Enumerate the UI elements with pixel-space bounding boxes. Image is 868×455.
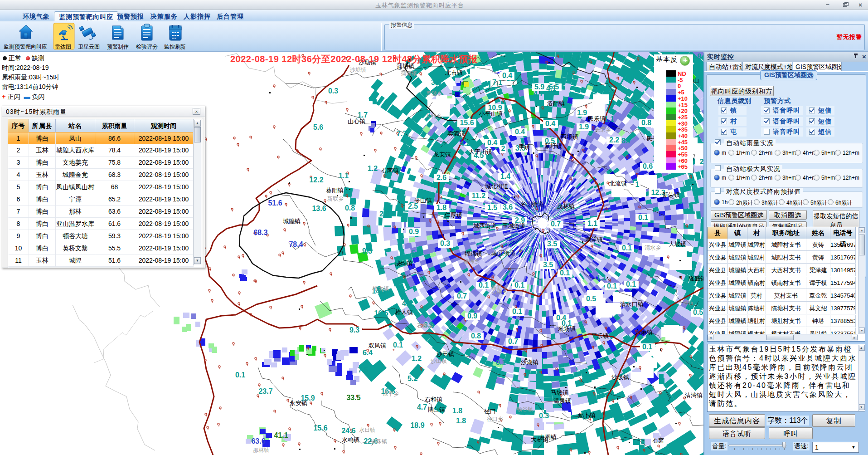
- svg-text:0.1: 0.1: [393, 341, 403, 349]
- svg-text:1.9: 1.9: [579, 123, 589, 131]
- svg-text:平山镇: 平山镇: [414, 197, 432, 204]
- svg-text:沙田镇: 沙田镇: [436, 351, 454, 357]
- svg-text:沙田镇: 沙田镇: [430, 358, 447, 364]
- svg-text:榕木镇: 榕木镇: [372, 285, 389, 292]
- svg-text:5.2: 5.2: [407, 375, 417, 382]
- svg-text:0.5: 0.5: [693, 308, 703, 316]
- svg-text:1.1: 1.1: [339, 172, 349, 180]
- svg-text:5.5: 5.5: [411, 250, 421, 257]
- svg-text:大坡镇: 大坡镇: [669, 240, 686, 247]
- svg-text:0.1: 0.1: [622, 244, 632, 252]
- svg-text:北市镇: 北市镇: [445, 69, 463, 76]
- svg-text:0.4: 0.4: [515, 128, 525, 136]
- svg-text:5.4: 5.4: [567, 66, 577, 74]
- svg-text:4.1: 4.1: [402, 299, 412, 307]
- svg-text:永安镇: 永安镇: [290, 400, 307, 406]
- svg-text:山: 山: [693, 77, 699, 84]
- svg-text:双凤镇: 双凤镇: [368, 342, 386, 349]
- svg-text:63.6: 63.6: [251, 437, 265, 445]
- svg-text:16.5: 16.5: [374, 309, 388, 317]
- svg-text:0.3: 0.3: [440, 240, 450, 247]
- svg-text:那卜镇: 那卜镇: [578, 412, 596, 419]
- svg-text:北流镇: 北流镇: [609, 180, 627, 187]
- svg-text:塘岸镇: 塘岸镇: [585, 236, 603, 243]
- svg-text:三滩镇: 三滩镇: [677, 300, 693, 306]
- svg-text:24.6: 24.6: [341, 427, 355, 435]
- svg-text:68.3: 68.3: [253, 229, 267, 236]
- svg-text:小平山镇: 小平山镇: [479, 110, 503, 117]
- svg-text:大平山镇: 大平山镇: [469, 148, 492, 155]
- svg-text:浪平乡: 浪平乡: [383, 391, 399, 397]
- svg-text:4.7: 4.7: [417, 403, 427, 411]
- svg-text:11.2: 11.2: [472, 192, 485, 200]
- svg-text:4.2: 4.2: [460, 140, 470, 147]
- svg-text:福绵镇: 福绵镇: [464, 250, 482, 257]
- svg-text:隆盛镇: 隆盛镇: [689, 275, 703, 282]
- svg-text:13.6: 13.6: [312, 205, 326, 212]
- svg-text:0.1: 0.1: [496, 359, 506, 367]
- svg-text:民乐镇: 民乐镇: [588, 115, 606, 122]
- svg-text:山心镇: 山心镇: [348, 118, 365, 125]
- svg-text:0.1: 0.1: [607, 282, 617, 290]
- svg-text:径口乡: 径口乡: [487, 416, 503, 422]
- svg-text:2.6: 2.6: [436, 174, 446, 181]
- svg-text:清水口镇: 清水口镇: [620, 301, 644, 308]
- svg-text:石和镇: 石和镇: [425, 396, 442, 403]
- svg-text:樟木镇: 樟木镇: [395, 309, 413, 316]
- svg-text:绿珠镇: 绿珠镇: [371, 438, 387, 445]
- svg-text:名山街道: 名山街道: [520, 201, 544, 207]
- svg-text:4.7: 4.7: [533, 90, 543, 98]
- svg-text:0.8: 0.8: [345, 204, 355, 212]
- svg-text:3.6: 3.6: [431, 78, 441, 86]
- svg-text:41.1: 41.1: [274, 431, 288, 439]
- svg-text:水鸣镇: 水鸣镇: [342, 436, 359, 443]
- svg-text:0.1: 0.1: [235, 371, 245, 379]
- svg-text:2: 2: [501, 145, 505, 152]
- svg-text:顿谷镇: 顿谷镇: [517, 406, 533, 412]
- svg-text:新联乡: 新联乡: [327, 196, 344, 202]
- svg-text:0.7: 0.7: [457, 292, 467, 300]
- svg-text:0.1: 0.1: [560, 269, 570, 277]
- svg-text:1.2: 1.2: [412, 355, 422, 362]
- svg-text:2.8: 2.8: [379, 210, 389, 218]
- svg-text:0.1: 0.1: [642, 343, 652, 351]
- svg-text:1.5: 1.5: [487, 204, 497, 211]
- svg-text:33.5: 33.5: [346, 394, 360, 401]
- svg-text:1.2: 1.2: [368, 165, 378, 172]
- svg-text:清湾镇: 清湾镇: [685, 392, 703, 399]
- svg-text:里镇: 里镇: [519, 143, 530, 150]
- svg-text:新荣镇: 新荣镇: [662, 191, 680, 198]
- svg-text:龙安镇: 龙安镇: [433, 151, 451, 158]
- svg-text:0.7: 0.7: [551, 220, 561, 228]
- svg-text:0.9: 0.9: [467, 312, 477, 320]
- svg-text:沙陂镇: 沙陂镇: [611, 374, 629, 381]
- svg-text:黎新乡: 黎新乡: [491, 284, 508, 291]
- svg-text:0.3: 0.3: [539, 412, 549, 420]
- svg-text:成均镇: 成均镇: [395, 260, 412, 267]
- svg-text:4.1: 4.1: [546, 84, 556, 92]
- svg-text:0.9: 0.9: [409, 228, 419, 235]
- svg-text:0.4: 0.4: [487, 139, 497, 147]
- svg-text:2: 2: [700, 158, 703, 166]
- svg-text:沙塘镇: 沙塘镇: [349, 67, 366, 73]
- svg-text:西埌镇: 西埌镇: [561, 133, 578, 140]
- svg-text:3.5: 3.5: [543, 261, 553, 269]
- svg-text:0.9: 0.9: [451, 357, 461, 364]
- svg-text:福绵乡: 福绵乡: [463, 258, 480, 264]
- svg-text:卖酒镇: 卖酒镇: [447, 130, 465, 137]
- svg-text:1.1: 1.1: [587, 220, 597, 227]
- svg-text:51.6: 51.6: [268, 199, 282, 207]
- svg-text:1.1: 1.1: [596, 274, 606, 282]
- svg-text:23.7: 23.7: [258, 387, 272, 395]
- svg-text:蒲塘镇: 蒲塘镇: [401, 70, 417, 77]
- svg-text:清水乡: 清水乡: [645, 245, 661, 251]
- svg-text:1.8: 1.8: [456, 417, 466, 425]
- svg-text:温泉镇: 温泉镇: [553, 397, 571, 404]
- svg-text:18.9: 18.9: [410, 421, 424, 429]
- svg-text:城北街道: 城北街道: [485, 183, 509, 190]
- svg-text:0.1: 0.1: [514, 281, 524, 289]
- svg-text:7.5: 7.5: [358, 366, 368, 374]
- svg-text:沙湖镇: 沙湖镇: [521, 359, 538, 366]
- svg-text:平乐镇: 平乐镇: [591, 333, 609, 339]
- svg-text:罗陂乡: 罗陂乡: [426, 90, 442, 97]
